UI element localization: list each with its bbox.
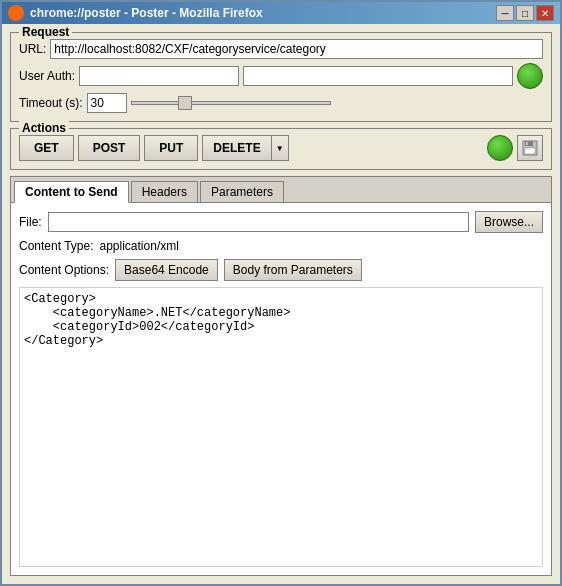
slider-container: [131, 101, 543, 105]
titlebar: chrome://poster - Poster - Mozilla Firef…: [2, 2, 560, 24]
tab-panel: Content to Send Headers Parameters File:…: [10, 176, 552, 576]
user-auth-input-1[interactable]: [79, 66, 239, 86]
firefox-icon: [8, 5, 24, 21]
put-button[interactable]: PUT: [144, 135, 198, 161]
url-row: URL:: [19, 39, 543, 59]
tab-parameters[interactable]: Parameters: [200, 181, 284, 203]
content-type-value: application/xml: [100, 239, 179, 253]
maximize-button[interactable]: □: [516, 5, 534, 21]
timeout-slider[interactable]: [131, 101, 331, 105]
url-input[interactable]: [50, 39, 543, 59]
actions-green-circle[interactable]: [487, 135, 513, 161]
delete-btn-group: DELETE ▼: [202, 135, 288, 161]
browse-button[interactable]: Browse...: [475, 211, 543, 233]
main-window: chrome://poster - Poster - Mozilla Firef…: [0, 0, 562, 586]
actions-group: Actions GET POST PUT DELETE ▼: [10, 128, 552, 170]
titlebar-title-group: chrome://poster - Poster - Mozilla Firef…: [8, 5, 263, 21]
url-label: URL:: [19, 42, 46, 56]
user-auth-label: User Auth:: [19, 69, 75, 83]
post-button[interactable]: POST: [78, 135, 141, 161]
green-circle-button[interactable]: [517, 63, 543, 89]
actions-row: GET POST PUT DELETE ▼: [19, 135, 543, 161]
base64-encode-button[interactable]: Base64 Encode: [115, 259, 218, 281]
content-type-row: Content Type: application/xml: [19, 239, 543, 253]
delete-dropdown-button[interactable]: ▼: [271, 135, 289, 161]
tab-headers[interactable]: Headers: [131, 181, 198, 203]
timeout-label: Timeout (s):: [19, 96, 83, 110]
user-auth-row: User Auth:: [19, 63, 543, 89]
close-button[interactable]: ✕: [536, 5, 554, 21]
tab-bar: Content to Send Headers Parameters: [11, 177, 551, 203]
floppy-button[interactable]: [517, 135, 543, 161]
content-options-label: Content Options:: [19, 263, 109, 277]
svg-rect-3: [525, 148, 535, 154]
file-row: File: Browse...: [19, 211, 543, 233]
content-options-row: Content Options: Base64 Encode Body from…: [19, 259, 543, 281]
floppy-icon: [522, 140, 538, 156]
get-button[interactable]: GET: [19, 135, 74, 161]
tab-content-area: File: Browse... Content Type: applicatio…: [11, 203, 551, 575]
file-label: File:: [19, 215, 42, 229]
request-group: Request URL: User Auth: Timeout (s):: [10, 32, 552, 122]
actions-group-title: Actions: [19, 121, 69, 135]
user-auth-input-2[interactable]: [243, 66, 513, 86]
timeout-input[interactable]: [87, 93, 127, 113]
minimize-button[interactable]: ─: [496, 5, 514, 21]
timeout-row: Timeout (s):: [19, 93, 543, 113]
svg-rect-2: [526, 142, 528, 145]
file-input[interactable]: [48, 212, 469, 232]
delete-button[interactable]: DELETE: [202, 135, 270, 161]
content-type-label: Content Type:: [19, 239, 94, 253]
body-textarea[interactable]: [19, 287, 543, 567]
body-from-parameters-button[interactable]: Body from Parameters: [224, 259, 362, 281]
tab-content-to-send[interactable]: Content to Send: [14, 181, 129, 203]
titlebar-buttons: ─ □ ✕: [496, 5, 554, 21]
window-title: chrome://poster - Poster - Mozilla Firef…: [30, 6, 263, 20]
main-content: Request URL: User Auth: Timeout (s):: [2, 24, 560, 584]
request-group-title: Request: [19, 25, 72, 39]
